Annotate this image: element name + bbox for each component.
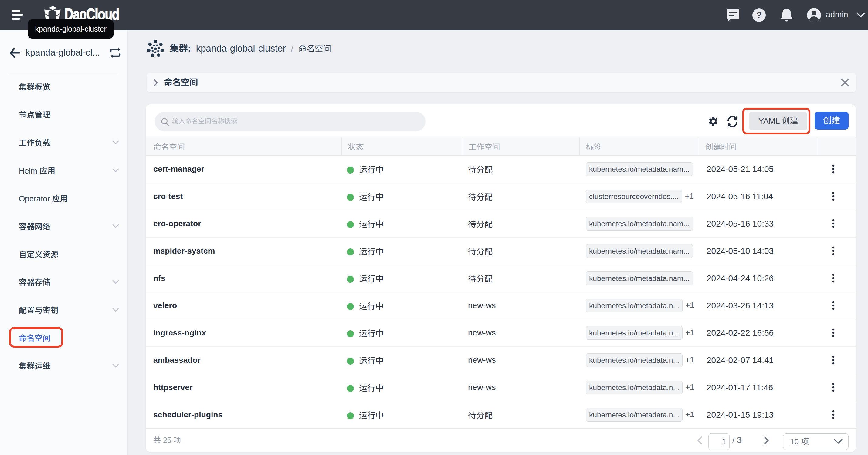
svg-text:?: ? <box>756 10 762 20</box>
